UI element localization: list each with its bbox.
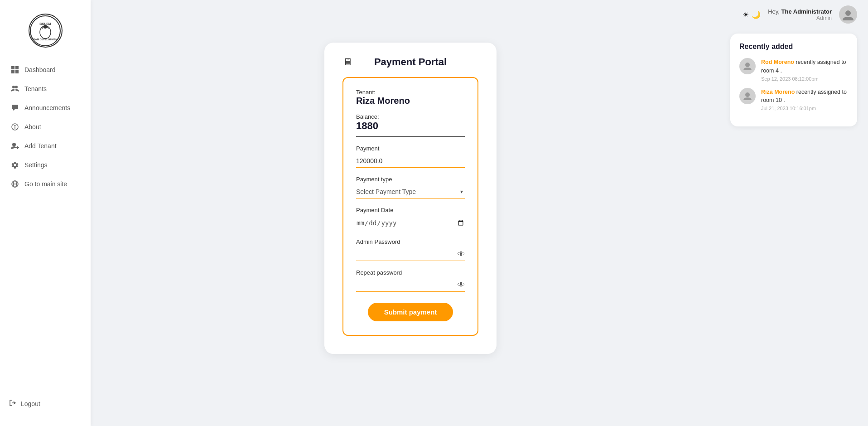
content-area: 🖥 Payment Portal Tenant: Riza Moreno Bal…: [91, 29, 868, 426]
payment-group: Payment: [356, 145, 465, 168]
avatar: [739, 88, 756, 104]
payment-label: Payment: [356, 145, 465, 152]
svg-point-23: [845, 10, 851, 16]
repeat-password-input[interactable]: [356, 279, 458, 291]
sidebar-item-label: Announcements: [24, 104, 70, 111]
svg-text:TEAM DEVELOPMENT: TEAM DEVELOPMENT: [32, 38, 59, 41]
payment-date-input[interactable]: [356, 216, 465, 230]
divider: [356, 136, 465, 137]
settings-icon: [11, 161, 19, 169]
svg-point-18: [14, 164, 16, 166]
announcements-icon: [11, 104, 19, 112]
sidebar-item-add-tenant[interactable]: Add Tenant: [5, 137, 86, 155]
activity-content: Rod Moreno recently assigned to room 4 .…: [761, 58, 848, 82]
svg-rect-7: [11, 70, 14, 73]
svg-point-14: [14, 125, 15, 126]
svg-point-25: [745, 92, 750, 97]
sidebar-logo: BOLEM TEAM DEVELOPMENT: [0, 9, 91, 61]
sidebar: BOLEM TEAM DEVELOPMENT Dashboard Tenants: [0, 0, 91, 426]
logout-icon: [9, 399, 16, 408]
eye-icon[interactable]: 👁: [458, 250, 465, 258]
tenants-icon: [11, 85, 19, 93]
sidebar-item-announcements[interactable]: Announcements: [5, 99, 86, 116]
sidebar-item-tenants[interactable]: Tenants: [5, 80, 86, 97]
portal-card: 🖥 Payment Portal Tenant: Riza Moreno Bal…: [324, 43, 497, 354]
portal-header: 🖥 Payment Portal: [342, 56, 478, 68]
payment-input[interactable]: [356, 155, 465, 168]
activity-item: Riza Moreno recently assigned to room 10…: [739, 88, 848, 111]
user-info: Hey, The Administrator Admin: [768, 8, 832, 21]
portal-form: Tenant: Riza Moreno Balance: 1880 Paymen…: [342, 77, 478, 336]
payment-type-wrapper: Select Payment Type Cash GCash Bank Tran…: [356, 185, 465, 198]
repeat-password-group: Repeat password 👁: [356, 269, 465, 292]
sidebar-item-about[interactable]: About: [5, 118, 86, 136]
portal-area: 🖥 Payment Portal Tenant: Riza Moreno Bal…: [101, 34, 719, 415]
sidebar-nav: Dashboard Tenants Announcements About Ad…: [0, 61, 91, 390]
balance-value: 1880: [356, 120, 465, 132]
repeat-eye-icon[interactable]: 👁: [458, 281, 465, 289]
logout-label: Logout: [21, 400, 40, 407]
tenant-info: Tenant: Riza Moreno: [356, 89, 465, 106]
payment-type-select[interactable]: Select Payment Type Cash GCash Bank Tran…: [356, 185, 465, 198]
activity-text: Riza Moreno recently assigned to room 10…: [761, 88, 848, 105]
admin-password-wrapper: 👁: [356, 248, 465, 261]
sidebar-item-label: Dashboard: [24, 66, 56, 73]
right-panel: Recently added Rod Moreno recently assig…: [730, 34, 857, 415]
payment-date-label: Payment Date: [356, 207, 465, 213]
moon-icon[interactable]: 🌙: [752, 10, 761, 19]
main: ☀ 🌙 Hey, The Administrator Admin 🖥 Payme…: [91, 0, 868, 426]
logout-button[interactable]: Logout: [9, 399, 82, 408]
activity-content: Riza Moreno recently assigned to room 10…: [761, 88, 848, 111]
sun-icon[interactable]: ☀: [743, 10, 749, 19]
tenant-name: Riza Moreno: [356, 96, 465, 106]
admin-password-group: Admin Password 👁: [356, 238, 465, 261]
user-name: The Administrator: [781, 8, 832, 15]
greeting: Hey, The Administrator: [768, 8, 832, 15]
activity-time: Sep 12, 2023 08:12:00pm: [761, 76, 848, 82]
svg-point-24: [745, 63, 750, 67]
svg-point-9: [12, 86, 15, 88]
submit-payment-button[interactable]: Submit payment: [368, 303, 453, 321]
activity-text: Rod Moreno recently assigned to room 4 .: [761, 58, 848, 75]
user-role: Admin: [768, 15, 832, 21]
portal-title: Payment Portal: [342, 56, 478, 68]
sidebar-item-settings[interactable]: Settings: [5, 156, 86, 174]
sidebar-item-label: Tenants: [24, 85, 47, 92]
avatar: [839, 5, 857, 24]
payment-date-group: Payment Date: [356, 207, 465, 230]
sidebar-item-label: Add Tenant: [24, 142, 57, 150]
admin-password-input[interactable]: [356, 248, 458, 261]
sidebar-bottom: Logout: [0, 390, 91, 417]
balance-label: Balance:: [356, 113, 465, 120]
tenant-label: Tenant:: [356, 89, 465, 96]
activity-name: Rod Moreno: [761, 59, 794, 65]
add-tenant-icon: [11, 142, 19, 150]
svg-point-15: [12, 143, 16, 146]
sidebar-item-label: Settings: [24, 161, 48, 169]
recently-added-card: Recently added Rod Moreno recently assig…: [730, 34, 857, 126]
payment-type-label: Payment type: [356, 176, 465, 183]
svg-rect-6: [15, 66, 19, 69]
activity-time: Jul 21, 2023 10:16:01pm: [761, 106, 848, 111]
svg-point-3: [43, 25, 47, 29]
sidebar-item-label: Go to main site: [24, 180, 67, 188]
svg-point-0: [30, 16, 60, 46]
svg-rect-11: [12, 105, 18, 109]
topbar: ☀ 🌙 Hey, The Administrator Admin: [91, 0, 868, 29]
sidebar-item-label: About: [24, 123, 41, 131]
svg-rect-8: [15, 70, 19, 73]
balance-info: Balance: 1880: [356, 113, 465, 132]
activity-name: Riza Moreno: [761, 89, 795, 95]
sidebar-item-main-site[interactable]: Go to main site: [5, 175, 86, 193]
about-icon: [11, 123, 19, 131]
avatar: [739, 58, 756, 74]
admin-password-label: Admin Password: [356, 238, 465, 245]
recently-added-title: Recently added: [739, 43, 848, 51]
activity-item: Rod Moreno recently assigned to room 4 .…: [739, 58, 848, 82]
sidebar-item-dashboard[interactable]: Dashboard: [5, 61, 86, 78]
svg-point-10: [15, 86, 18, 88]
globe-icon: [11, 180, 19, 188]
logo: BOLEM TEAM DEVELOPMENT: [29, 14, 63, 48]
repeat-password-label: Repeat password: [356, 269, 465, 276]
payment-type-group: Payment type Select Payment Type Cash GC…: [356, 176, 465, 198]
